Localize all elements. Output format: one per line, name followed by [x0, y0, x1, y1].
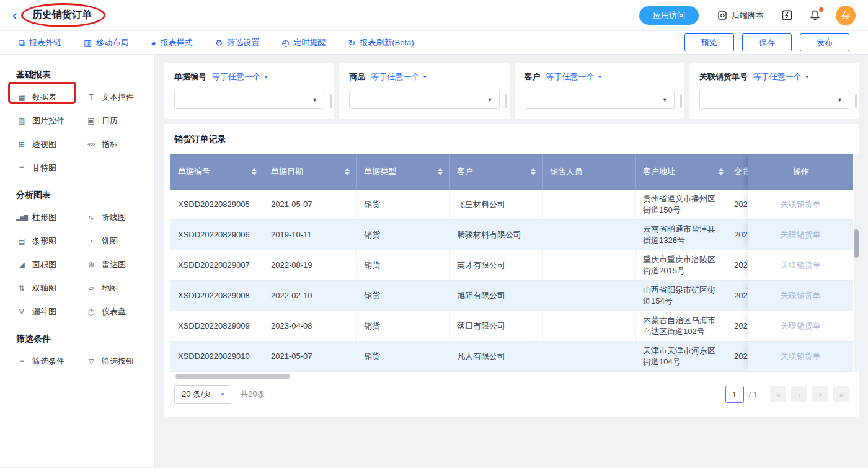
analysis-charts-grid: ▂▅▇ 柱形图 ∿ 折线图 ▤ 条形图 ◔ 饼图 ◢ 面积图 ⊛ 雷达图 — [16, 212, 142, 317]
sidebar-item-dual-axis-chart[interactable]: ⇅ 双轴图 — [16, 283, 86, 294]
refresh-icon: ↻ — [348, 38, 355, 47]
cell-doc-type: 销货 — [356, 311, 450, 341]
sidebar-item-bar-chart[interactable]: ▤ 条形图 — [16, 236, 86, 247]
sort-icon[interactable] — [719, 168, 724, 175]
related-sales-order-link[interactable]: 关联销货单 — [748, 220, 853, 250]
sidebar-item-data-table[interactable]: ▦ 数据表 — [16, 92, 86, 103]
filter-button-icon: ▽ — [86, 358, 97, 365]
api-icon[interactable] — [781, 9, 793, 21]
filter-value-select[interactable]: ▼ — [525, 91, 675, 109]
vertical-scrollbar[interactable] — [854, 154, 859, 372]
sidebar-item-area-chart[interactable]: ◢ 面积图 — [16, 259, 86, 270]
cell-salesperson — [542, 342, 636, 371]
filter-operator-dropdown[interactable]: 等于任意一个 ▼ — [546, 71, 603, 82]
filter-operator-dropdown[interactable]: 等于任意一个 ▼ — [753, 71, 810, 82]
cell-customer-address: 山西省阳泉市矿区街道154号 — [636, 281, 730, 311]
filter-value-select[interactable]: ▼ — [174, 91, 324, 109]
sort-icon[interactable] — [345, 168, 350, 175]
sidebar-item-pivot-view[interactable]: ⊞ 透视图 — [16, 139, 86, 150]
next-page-button[interactable]: › — [812, 386, 828, 402]
col-customer[interactable]: 客户 — [450, 154, 542, 190]
backend-script-button[interactable]: 后端脚本 — [717, 10, 764, 21]
sidebar-item-gantt[interactable]: ≣ 甘特图 — [16, 162, 86, 174]
sidebar-item-image-widget[interactable]: ▨ 图片控件 — [16, 115, 86, 126]
sidebar-item-pie-chart[interactable]: ◔ 饼图 — [86, 236, 142, 247]
cell-delivery-date: 202 — [730, 250, 748, 280]
operator-label: 等于任意一个 — [753, 71, 802, 82]
first-page-button[interactable]: « — [770, 386, 786, 402]
item-label: 筛选按钮 — [102, 356, 134, 367]
filter-card-doc-no: 单据编号 等于任意一个 ▼ ▼ — [164, 63, 334, 119]
menu-filter-settings[interactable]: ⚙ 筛选设置 — [215, 37, 260, 48]
page-size-select[interactable]: 20 条/页 ▾ — [174, 385, 231, 404]
publish-button[interactable]: 发布 — [800, 33, 849, 51]
col-doc-date[interactable]: 单据日期 — [264, 154, 356, 190]
dual-axis-chart-icon: ⇅ — [16, 285, 27, 292]
horizontal-scrollbar-thumb[interactable] — [175, 374, 290, 379]
filter-value-select[interactable]: ▼ — [349, 91, 499, 109]
menu-report-style[interactable]: ◕ 报表样式 — [151, 37, 192, 48]
sort-icon[interactable] — [252, 168, 257, 175]
col-delivery-date[interactable]: 交货日期 — [730, 154, 748, 190]
cell-doc-date: 2021-05-07 — [264, 342, 356, 371]
filter-field-label: 商品 — [349, 71, 365, 82]
horizontal-scrollbar[interactable] — [170, 374, 853, 379]
last-page-button[interactable]: » — [833, 386, 849, 402]
col-customer-address[interactable]: 客户地址 — [636, 154, 730, 190]
filter-operator-dropdown[interactable]: 等于任意一个 ▼ — [212, 71, 268, 82]
sidebar-item-filter-button[interactable]: ▽ 筛选按钮 — [86, 356, 142, 367]
sidebar-item-text-widget[interactable]: T 文本控件 — [86, 92, 142, 103]
vertical-scrollbar-thumb[interactable] — [854, 229, 859, 258]
page-title: 历史销货订单 — [32, 9, 92, 22]
filter-conditions-grid: ≡ 筛选条件 ▽ 筛选按钮 — [16, 356, 142, 367]
related-sales-order-link[interactable]: 关联销货单 — [748, 190, 853, 219]
widget-sidebar: 基础报表 ▦ 数据表 T 文本控件 ▨ 图片控件 ▣ 日历 ⊞ 透视图 — [0, 55, 155, 467]
card-scrollbar — [505, 94, 507, 108]
sidebar-item-map-chart[interactable]: ▱ 地图 — [86, 283, 142, 294]
app-access-button[interactable]: 应用访问 — [639, 6, 699, 25]
col-salesperson[interactable]: 销售人员 — [542, 154, 636, 190]
col-doc-no[interactable]: 单据编号 — [170, 154, 264, 190]
sidebar-item-radar-chart[interactable]: ⊛ 雷达图 — [86, 259, 142, 270]
sidebar-item-calendar[interactable]: ▣ 日历 — [86, 115, 142, 126]
card-scrollbar — [855, 94, 857, 108]
sidebar-item-column-chart[interactable]: ▂▅▇ 柱形图 — [16, 212, 86, 223]
back-icon[interactable]: ‹ — [12, 8, 25, 23]
col-label: 交货日期 — [734, 166, 748, 177]
current-page-input[interactable]: 1 — [725, 386, 744, 403]
filter-value-select[interactable]: ▼ — [699, 91, 849, 109]
col-doc-type[interactable]: 单据类型 — [356, 154, 450, 190]
sort-icon[interactable] — [438, 168, 443, 175]
item-label: 甘特图 — [32, 162, 56, 174]
sidebar-item-funnel-chart[interactable]: ∇ 漏斗图 — [16, 306, 86, 317]
sidebar-item-gauge-chart[interactable]: ◷ 仪表盘 — [86, 306, 142, 317]
operator-label: 等于任意一个 — [212, 71, 260, 82]
sort-icon[interactable] — [531, 168, 536, 175]
menu-report-refresh[interactable]: ↻ 报表刷新(Beta) — [348, 37, 414, 48]
related-sales-order-link[interactable]: 关联销货单 — [748, 281, 853, 311]
menu-report-external-link[interactable]: ⧉ 报表外链 — [19, 37, 61, 48]
cell-salesperson — [542, 250, 636, 280]
sidebar-item-indicator[interactable]: 450 指标 — [86, 139, 142, 150]
sidebar-item-filter-condition[interactable]: ≡ 筛选条件 — [16, 356, 86, 367]
filter-settings-icon: ⚙ — [215, 38, 223, 47]
prev-page-button[interactable]: ‹ — [791, 386, 807, 402]
filter-field-label: 关联销货单号 — [699, 71, 748, 82]
total-count: 共20条 — [240, 389, 265, 400]
notification-bell-icon[interactable] — [809, 9, 821, 21]
related-sales-order-link[interactable]: 关联销货单 — [748, 311, 853, 341]
sidebar-item-line-chart[interactable]: ∿ 折线图 — [86, 212, 142, 223]
menu-mobile-layout[interactable]: ▥ 移动布局 — [84, 37, 128, 48]
col-label: 客户地址 — [643, 166, 675, 177]
filter-operator-dropdown[interactable]: 等于任意一个 ▼ — [371, 71, 427, 82]
chevron-down-icon: ▼ — [264, 74, 268, 80]
cell-doc-no: XSDD20220829005 — [170, 190, 264, 219]
cell-doc-date: 2022-08-19 — [264, 250, 356, 280]
avatar[interactable]: 存 — [836, 6, 856, 25]
menu-scheduled-reminder[interactable]: ◴ 定时提醒 — [281, 37, 326, 48]
related-sales-order-link[interactable]: 关联销货单 — [748, 342, 853, 371]
save-button[interactable]: 保存 — [742, 33, 792, 51]
related-sales-order-link[interactable]: 关联销货单 — [748, 250, 853, 280]
preview-button[interactable]: 预览 — [684, 33, 734, 51]
calendar-icon: ▣ — [86, 117, 97, 125]
